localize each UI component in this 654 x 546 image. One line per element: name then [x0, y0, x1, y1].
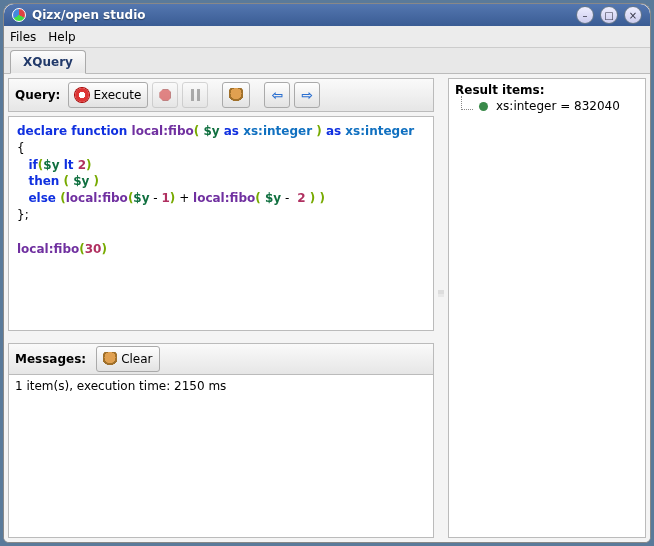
arrow-left-icon: ⇦	[272, 87, 284, 103]
window-title: Qizx/open studio	[32, 8, 576, 22]
menubar: Files Help	[4, 26, 650, 48]
stop-icon	[159, 89, 171, 101]
messages-label: Messages:	[15, 352, 86, 366]
next-button[interactable]: ⇨	[294, 82, 320, 108]
clear-button[interactable]: Clear	[96, 346, 159, 372]
tab-strip: XQuery	[4, 48, 650, 74]
messages-panel: Messages: Clear 1 item(s), execution tim…	[8, 343, 434, 538]
messages-body[interactable]: 1 item(s), execution time: 2150 ms	[8, 375, 434, 538]
pause-button[interactable]	[182, 82, 208, 108]
minimize-button[interactable]: –	[576, 6, 594, 24]
query-toolbar: Query: Execute ⇦	[8, 78, 434, 112]
horizontal-splitter[interactable]	[8, 335, 434, 339]
result-item-text: xs:integer = 832040	[496, 99, 620, 113]
clear-label: Clear	[121, 352, 152, 366]
broom-icon	[229, 88, 243, 102]
tree-connector-icon	[461, 96, 473, 110]
menu-help[interactable]: Help	[48, 30, 75, 44]
result-item-row[interactable]: xs:integer = 832040	[461, 99, 639, 113]
menu-files[interactable]: Files	[10, 30, 36, 44]
app-window: Qizx/open studio – □ × Files Help XQuery…	[3, 3, 651, 543]
app-icon	[12, 8, 26, 22]
vertical-splitter[interactable]	[438, 78, 444, 538]
close-button[interactable]: ×	[624, 6, 642, 24]
broom-icon	[103, 352, 117, 366]
arrow-right-icon: ⇨	[302, 87, 314, 103]
gear-icon	[75, 88, 89, 102]
execute-button[interactable]: Execute	[68, 82, 148, 108]
maximize-button[interactable]: □	[600, 6, 618, 24]
sweep-button[interactable]	[222, 82, 250, 108]
result-dot-icon	[479, 102, 488, 111]
left-column: Query: Execute ⇦	[8, 78, 434, 538]
titlebar[interactable]: Qizx/open studio – □ ×	[4, 4, 650, 26]
query-label: Query:	[15, 88, 60, 102]
messages-toolbar: Messages: Clear	[8, 343, 434, 375]
tab-xquery[interactable]: XQuery	[10, 50, 86, 74]
stop-button[interactable]	[152, 82, 178, 108]
execute-label: Execute	[93, 88, 141, 102]
prev-button[interactable]: ⇦	[264, 82, 290, 108]
results-label: Result items:	[455, 83, 639, 97]
code-editor[interactable]: declare function local:fibo( $y as xs:in…	[8, 116, 434, 331]
content-area: Query: Execute ⇦	[4, 74, 650, 542]
results-panel: Result items: xs:integer = 832040	[448, 78, 646, 538]
pause-icon	[191, 89, 200, 101]
